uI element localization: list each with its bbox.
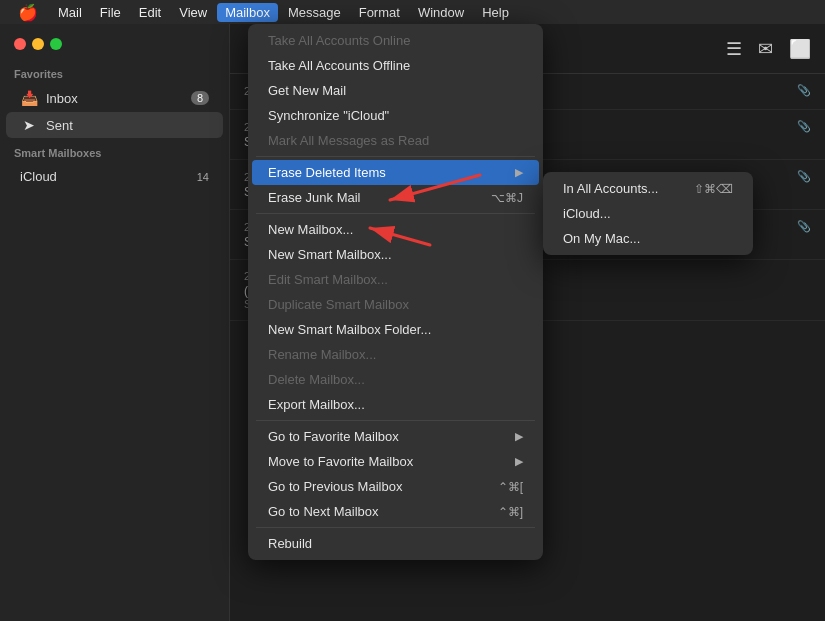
menu-item-label: Rename Mailbox... [268, 347, 376, 362]
menu-item-label: Edit Smart Mailbox... [268, 272, 388, 287]
menu-item-label: Rebuild [268, 536, 312, 551]
menu-item-shortcut: ⌥⌘J [491, 191, 523, 205]
menubar-message[interactable]: Message [280, 3, 349, 22]
menubar-edit[interactable]: Edit [131, 3, 169, 22]
menubar-mailbox[interactable]: Mailbox [217, 3, 278, 22]
menu-item-label: New Smart Mailbox... [268, 247, 392, 262]
attachment-icon: 📎 [797, 120, 811, 133]
menu-item-new-smart-folder[interactable]: New Smart Mailbox Folder... [252, 317, 539, 342]
sidebar-item-inbox[interactable]: 📥 Inbox 8 [6, 85, 223, 111]
minimize-button[interactable] [32, 38, 44, 50]
attachment-icon: 📎 [797, 170, 811, 183]
sidebar: Favorites 📥 Inbox 8 ➤ Sent Smart Mailbox… [0, 24, 230, 621]
menu-item-take-all-online[interactable]: Take All Accounts Online [252, 28, 539, 53]
inbox-label: Inbox [46, 91, 183, 106]
menu-item-label: Delete Mailbox... [268, 372, 365, 387]
submenu-item-in-all-accounts[interactable]: In All Accounts... ⇧⌘⌫ [547, 176, 749, 201]
menu-item-label: Erase Deleted Items [268, 165, 386, 180]
erase-deleted-submenu: In All Accounts... ⇧⌘⌫ iCloud... On My M… [543, 172, 753, 255]
menu-item-label: Go to Next Mailbox [268, 504, 379, 519]
menu-separator-4 [256, 527, 535, 528]
menu-item-take-all-offline[interactable]: Take All Accounts Offline [252, 53, 539, 78]
menu-item-delete-mailbox[interactable]: Delete Mailbox... [252, 367, 539, 392]
favorites-section-label: Favorites [0, 60, 229, 84]
submenu-arrow-icon: ▶ [515, 166, 523, 179]
menubar-format[interactable]: Format [351, 3, 408, 22]
menubar-file[interactable]: File [92, 3, 129, 22]
edit-icon[interactable]: ⬜ [789, 38, 811, 60]
menu-item-synchronize-icloud[interactable]: Synchronize "iCloud" [252, 103, 539, 128]
menu-item-rebuild[interactable]: Rebuild [252, 531, 539, 556]
apple-menu[interactable]: 🍎 [8, 3, 48, 22]
submenu-item-on-my-mac[interactable]: On My Mac... [547, 226, 749, 251]
menu-separator-3 [256, 420, 535, 421]
menubar: 🍎 Mail File Edit View Mailbox Message Fo… [0, 0, 825, 24]
menubar-help[interactable]: Help [474, 3, 517, 22]
compose-new-icon[interactable]: ✉ [758, 38, 773, 60]
inbox-badge: 8 [191, 91, 209, 105]
menu-item-label: New Smart Mailbox Folder... [268, 322, 431, 337]
menu-item-export-mailbox[interactable]: Export Mailbox... [252, 392, 539, 417]
menu-item-label: Synchronize "iCloud" [268, 108, 389, 123]
sent-icon: ➤ [20, 117, 38, 133]
sent-label: Sent [46, 118, 209, 133]
menubar-window[interactable]: Window [410, 3, 472, 22]
menu-item-edit-smart-mailbox[interactable]: Edit Smart Mailbox... [252, 267, 539, 292]
attachment-icon: 📎 [797, 220, 811, 233]
menu-item-label: Take All Accounts Offline [268, 58, 410, 73]
menu-item-label: Export Mailbox... [268, 397, 365, 412]
menu-item-label: Mark All Messages as Read [268, 133, 429, 148]
submenu-item-label: On My Mac... [563, 231, 640, 246]
menu-item-erase-deleted[interactable]: Erase Deleted Items ▶ [252, 160, 539, 185]
menu-item-move-to-favorite[interactable]: Move to Favorite Mailbox ▶ [252, 449, 539, 474]
menu-item-duplicate-smart-mailbox[interactable]: Duplicate Smart Mailbox [252, 292, 539, 317]
maximize-button[interactable] [50, 38, 62, 50]
traffic-lights [0, 24, 229, 60]
menu-item-shortcut: ⌃⌘[ [498, 480, 523, 494]
submenu-arrow-icon: ▶ [515, 455, 523, 468]
filter-icon[interactable]: ☰ [726, 38, 742, 60]
close-button[interactable] [14, 38, 26, 50]
menubar-view[interactable]: View [171, 3, 215, 22]
menu-item-go-to-next[interactable]: Go to Next Mailbox ⌃⌘] [252, 499, 539, 524]
submenu-item-label: iCloud... [563, 206, 611, 221]
attachment-icon: 📎 [797, 84, 811, 97]
menu-item-label: New Mailbox... [268, 222, 353, 237]
menu-item-label: Move to Favorite Mailbox [268, 454, 413, 469]
menu-item-go-to-previous[interactable]: Go to Previous Mailbox ⌃⌘[ [252, 474, 539, 499]
menu-item-get-new-mail[interactable]: Get New Mail [252, 78, 539, 103]
smart-mailboxes-label: Smart Mailboxes [0, 139, 229, 163]
inbox-icon: 📥 [20, 90, 38, 106]
sidebar-item-sent[interactable]: ➤ Sent [6, 112, 223, 138]
menu-separator-1 [256, 156, 535, 157]
submenu-item-shortcut: ⇧⌘⌫ [694, 182, 733, 196]
menu-item-mark-all-read[interactable]: Mark All Messages as Read [252, 128, 539, 153]
menu-item-erase-junk[interactable]: Erase Junk Mail ⌥⌘J [252, 185, 539, 210]
mailbox-dropdown-menu: Take All Accounts Online Take All Accoun… [248, 24, 543, 560]
menu-item-label: Take All Accounts Online [268, 33, 410, 48]
sidebar-item-icloud[interactable]: iCloud 14 [6, 164, 223, 189]
menu-item-rename-mailbox[interactable]: Rename Mailbox... [252, 342, 539, 367]
icloud-label: iCloud [20, 169, 189, 184]
submenu-arrow-icon: ▶ [515, 430, 523, 443]
menu-item-label: Get New Mail [268, 83, 346, 98]
menu-item-label: Erase Junk Mail [268, 190, 360, 205]
icloud-count: 14 [197, 171, 209, 183]
menubar-mail[interactable]: Mail [50, 3, 90, 22]
menu-item-new-mailbox[interactable]: New Mailbox... [252, 217, 539, 242]
menu-item-label: Go to Previous Mailbox [268, 479, 402, 494]
menu-item-new-smart-mailbox[interactable]: New Smart Mailbox... [252, 242, 539, 267]
submenu-item-label: In All Accounts... [563, 181, 658, 196]
menu-separator-2 [256, 213, 535, 214]
menu-item-go-to-favorite[interactable]: Go to Favorite Mailbox ▶ [252, 424, 539, 449]
submenu-item-icloud[interactable]: iCloud... [547, 201, 749, 226]
menu-item-label: Go to Favorite Mailbox [268, 429, 399, 444]
menu-item-label: Duplicate Smart Mailbox [268, 297, 409, 312]
menu-item-shortcut: ⌃⌘] [498, 505, 523, 519]
